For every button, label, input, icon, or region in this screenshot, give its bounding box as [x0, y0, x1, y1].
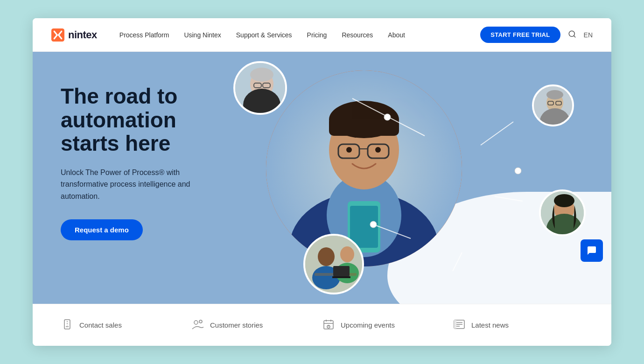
svg-line-20: [453, 252, 462, 271]
svg-point-41: [318, 247, 335, 266]
request-demo-button[interactable]: Request a demo: [61, 219, 143, 240]
search-icon[interactable]: [568, 30, 576, 40]
avatar-bottom-team: [303, 234, 364, 294]
upcoming-events-label: Upcoming events: [341, 321, 395, 329]
nav-link-process-platform[interactable]: Process Platform: [119, 31, 169, 39]
avatar-4-illustration: [305, 236, 364, 294]
nintex-logo-icon: [51, 28, 64, 42]
avatar-right-mid: [539, 189, 586, 236]
logo-text: nintex: [68, 29, 97, 41]
svg-point-51: [194, 321, 198, 324]
hero-section: The road to automation starts here Unloc…: [33, 52, 611, 304]
svg-point-23: [515, 168, 521, 174]
language-selector[interactable]: EN: [584, 31, 593, 39]
avatar-top-left: [233, 61, 287, 115]
hero-right-visual: [229, 52, 611, 304]
svg-point-33: [546, 90, 563, 99]
browser-window: nintex Process Platform Using Nintex Sup…: [33, 18, 611, 346]
svg-point-12: [346, 147, 352, 153]
customer-stories-icon: [191, 318, 204, 333]
avatar-2-illustration: [534, 86, 574, 126]
nav-link-using-nintex[interactable]: Using Nintex: [184, 31, 221, 39]
hero-left-content: The road to automation starts here Unloc…: [33, 52, 229, 304]
avatar-top-right: [532, 84, 574, 126]
nav-actions: START FREE TRIAL EN: [480, 27, 593, 43]
svg-rect-8: [329, 117, 399, 136]
bottom-item-upcoming-events[interactable]: Upcoming events: [322, 318, 453, 333]
latest-news-label: Latest news: [471, 321, 509, 329]
avatar-1-illustration: [235, 63, 287, 115]
contact-sales-icon: [61, 318, 74, 333]
start-free-trial-button[interactable]: START FREE TRIAL: [480, 27, 560, 43]
hero-title: The road to automation starts here: [61, 84, 229, 155]
latest-news-icon: [453, 318, 466, 333]
svg-line-2: [574, 35, 575, 37]
nav-link-about[interactable]: About: [388, 31, 405, 39]
svg-rect-46: [333, 266, 350, 276]
bottom-item-customer-stories[interactable]: Customer stories: [191, 318, 322, 333]
svg-point-13: [375, 147, 381, 153]
nav-link-pricing[interactable]: Pricing: [307, 31, 327, 39]
nav-links: Process Platform Using Nintex Support & …: [119, 31, 480, 39]
svg-line-19: [495, 196, 523, 201]
svg-rect-47: [332, 276, 350, 278]
main-person-illustration: [266, 70, 462, 266]
contact-sales-label: Contact sales: [79, 321, 122, 329]
nav-link-support-services[interactable]: Support & Services: [236, 31, 292, 39]
hero-subtitle: Unlock The Power of Process® with transf…: [61, 167, 219, 203]
bottom-item-contact-sales[interactable]: Contact sales: [61, 318, 191, 333]
logo[interactable]: nintex: [51, 28, 97, 42]
chat-button[interactable]: [581, 239, 603, 262]
svg-point-43: [340, 246, 354, 262]
hero-background: The road to automation starts here Unloc…: [33, 52, 611, 304]
svg-line-17: [481, 122, 513, 145]
customer-stories-label: Customer stories: [210, 321, 263, 329]
nav-link-resources[interactable]: Resources: [342, 31, 373, 39]
avatar-3-illustration: [541, 191, 586, 236]
svg-point-39: [554, 194, 574, 207]
bottom-bar: Contact sales Customer stories: [33, 304, 611, 346]
main-person-circle: [266, 70, 462, 266]
svg-rect-63: [454, 320, 456, 329]
chat-icon: [586, 245, 597, 256]
svg-point-52: [199, 320, 202, 323]
svg-point-27: [250, 68, 273, 82]
upcoming-events-icon: [322, 318, 335, 333]
bottom-item-latest-news[interactable]: Latest news: [453, 318, 583, 333]
navbar: nintex Process Platform Using Nintex Sup…: [33, 18, 611, 52]
